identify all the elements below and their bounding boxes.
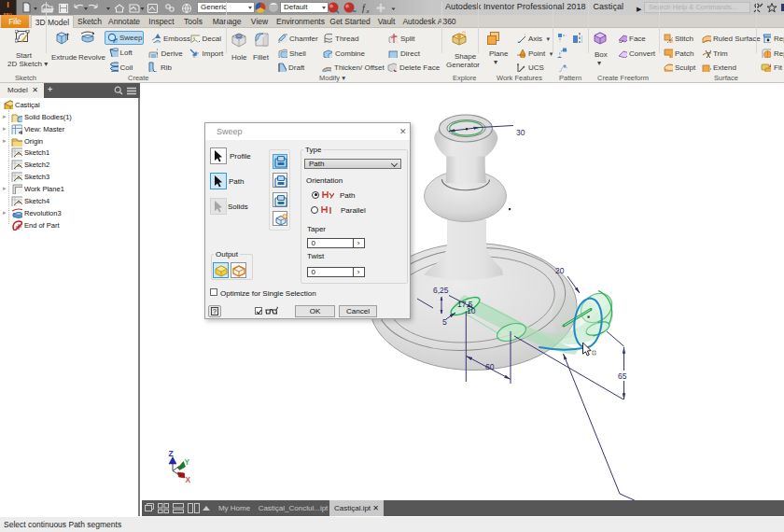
svg-text:f: f (362, 3, 366, 13)
svg-text:Z: Z (169, 449, 174, 458)
svg-text:6,25: 6,25 (433, 286, 449, 295)
svg-text:65: 65 (618, 371, 627, 381)
svg-text:20: 20 (555, 266, 565, 275)
svg-text:x: x (366, 8, 371, 14)
svg-text:Y: Y (185, 457, 190, 467)
svg-text:60: 60 (485, 362, 495, 371)
svg-text:X: X (186, 475, 191, 484)
svg-text:5: 5 (442, 317, 447, 327)
svg-text:10: 10 (467, 306, 476, 315)
